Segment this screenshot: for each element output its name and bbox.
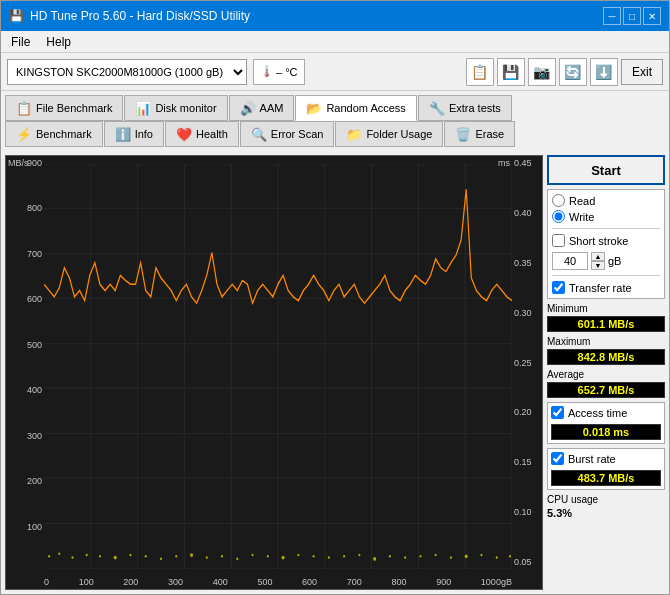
thermometer-icon: 🌡️ — [260, 65, 274, 78]
stroke-input[interactable] — [552, 252, 588, 270]
main-window: 💾 HD Tune Pro 5.60 - Hard Disk/SSD Utili… — [0, 0, 670, 595]
title-bar-controls: ─ □ ✕ — [603, 7, 661, 25]
tab-health-label: Health — [196, 128, 228, 140]
write-radio[interactable] — [552, 210, 565, 223]
tab-erase[interactable]: 🗑️ Erase — [444, 121, 515, 147]
toolbar-icons: 📋 💾 📷 🔄 ⬇️ Exit — [466, 58, 663, 86]
toolbar-icon-2[interactable]: 💾 — [497, 58, 525, 86]
tab-disk-monitor-label: Disk monitor — [155, 102, 216, 114]
x-label-1000: 1000gB — [481, 577, 512, 587]
svg-point-47 — [450, 556, 452, 559]
access-time-value: 0.018 ms — [551, 424, 661, 440]
svg-point-45 — [419, 555, 421, 558]
minimize-button[interactable]: ─ — [603, 7, 621, 25]
tab-file-benchmark[interactable]: 📋 File Benchmark — [5, 95, 123, 121]
menu-file[interactable]: File — [5, 33, 36, 51]
x-label-800: 800 — [391, 577, 406, 587]
write-radio-row: Write — [552, 210, 660, 223]
y-label-300: 300 — [8, 431, 42, 441]
svg-point-42 — [373, 557, 376, 561]
svg-point-37 — [297, 554, 299, 557]
tab-error-scan[interactable]: 🔍 Error Scan — [240, 121, 335, 147]
tab-aam[interactable]: 🔊 AAM — [229, 95, 295, 121]
tab-benchmark[interactable]: ⚡ Benchmark — [5, 121, 103, 147]
burst-rate-checkbox[interactable] — [551, 452, 564, 465]
right-panel: Start Read Write Short stroke — [547, 155, 665, 590]
svg-point-36 — [282, 556, 285, 560]
average-value: 652.7 MB/s — [547, 382, 665, 398]
x-label-600: 600 — [302, 577, 317, 587]
maximum-label: Maximum — [547, 336, 665, 347]
tab-file-benchmark-label: File Benchmark — [36, 102, 112, 114]
main-content: MB/s ms 900 800 700 600 500 400 300 200 … — [1, 151, 669, 594]
minimum-label: Minimum — [547, 303, 665, 314]
tab-extra-tests[interactable]: 🔧 Extra tests — [418, 95, 512, 121]
svg-point-26 — [129, 554, 131, 557]
menu-help[interactable]: Help — [40, 33, 77, 51]
svg-point-49 — [480, 554, 482, 557]
erase-icon: 🗑️ — [455, 127, 471, 142]
tab-random-access-label: Random Access — [326, 102, 405, 114]
divider-2 — [552, 275, 660, 276]
toolbar-icon-3[interactable]: 📷 — [528, 58, 556, 86]
access-time-checkbox[interactable] — [551, 406, 564, 419]
tab-folder-usage[interactable]: 📁 Folder Usage — [335, 121, 443, 147]
svg-point-32 — [221, 555, 223, 558]
title-bar-left: 💾 HD Tune Pro 5.60 - Hard Disk/SSD Utili… — [9, 9, 250, 23]
close-button[interactable]: ✕ — [643, 7, 661, 25]
read-radio[interactable] — [552, 194, 565, 207]
average-group: Average 652.7 MB/s — [547, 369, 665, 398]
temperature-value: – °C — [276, 66, 298, 78]
toolbar-icon-1[interactable]: 📋 — [466, 58, 494, 86]
x-label-300: 300 — [168, 577, 183, 587]
x-label-900: 900 — [436, 577, 451, 587]
extra-tests-icon: 🔧 — [429, 101, 445, 116]
burst-rate-value: 483.7 MB/s — [551, 470, 661, 486]
start-button[interactable]: Start — [547, 155, 665, 185]
svg-point-50 — [496, 556, 498, 559]
y-right-005: 0.05 — [514, 557, 540, 567]
write-label: Write — [569, 211, 594, 223]
tab-disk-monitor[interactable]: 📊 Disk monitor — [124, 95, 227, 121]
svg-point-43 — [389, 555, 391, 558]
tab-random-access[interactable]: 📂 Random Access — [295, 95, 416, 121]
x-label-0: 0 — [44, 577, 49, 587]
toolbar: KINGSTON SKC2000M81000G (1000 gB) 🌡️ – °… — [1, 53, 669, 91]
short-stroke-row: Short stroke — [552, 234, 660, 247]
burst-rate-label: Burst rate — [568, 453, 616, 465]
options-group: Read Write Short stroke ▲ ▼ — [547, 189, 665, 299]
x-labels: 0 100 200 300 400 500 600 700 800 900 10… — [44, 577, 512, 587]
cpu-label: CPU usage — [547, 494, 665, 505]
svg-point-38 — [313, 555, 315, 558]
transfer-rate-row: Transfer rate — [552, 281, 660, 294]
divider-1 — [552, 228, 660, 229]
toolbar-icon-5[interactable]: ⬇️ — [590, 58, 618, 86]
cpu-row: 5.3% — [547, 507, 665, 519]
exit-button[interactable]: Exit — [621, 59, 663, 85]
stroke-down-button[interactable]: ▼ — [591, 261, 605, 270]
svg-point-22 — [71, 556, 73, 559]
svg-point-20 — [48, 555, 50, 558]
access-time-label: Access time — [568, 407, 627, 419]
disk-selector[interactable]: KINGSTON SKC2000M81000G (1000 gB) — [7, 59, 247, 85]
stroke-up-button[interactable]: ▲ — [591, 252, 605, 261]
short-stroke-checkbox[interactable] — [552, 234, 565, 247]
tabs-row2: ⚡ Benchmark ℹ️ Info ❤️ Health 🔍 Error Sc… — [1, 121, 669, 151]
y-right-020: 0.20 — [514, 407, 540, 417]
maximize-button[interactable]: □ — [623, 7, 641, 25]
svg-point-24 — [99, 555, 101, 558]
toolbar-icon-4[interactable]: 🔄 — [559, 58, 587, 86]
transfer-rate-checkbox[interactable] — [552, 281, 565, 294]
chart-area: MB/s ms 900 800 700 600 500 400 300 200 … — [5, 155, 543, 590]
tabs-row1: 📋 File Benchmark 📊 Disk monitor 🔊 AAM 📂 … — [1, 91, 669, 121]
x-label-400: 400 — [213, 577, 228, 587]
error-scan-icon: 🔍 — [251, 127, 267, 142]
tab-health[interactable]: ❤️ Health — [165, 121, 239, 147]
health-icon: ❤️ — [176, 127, 192, 142]
y-label-700: 700 — [8, 249, 42, 259]
tab-folder-usage-label: Folder Usage — [366, 128, 432, 140]
y-right-015: 0.15 — [514, 457, 540, 467]
stroke-unit: gB — [608, 255, 621, 267]
tab-info[interactable]: ℹ️ Info — [104, 121, 164, 147]
y-label-200: 200 — [8, 476, 42, 486]
